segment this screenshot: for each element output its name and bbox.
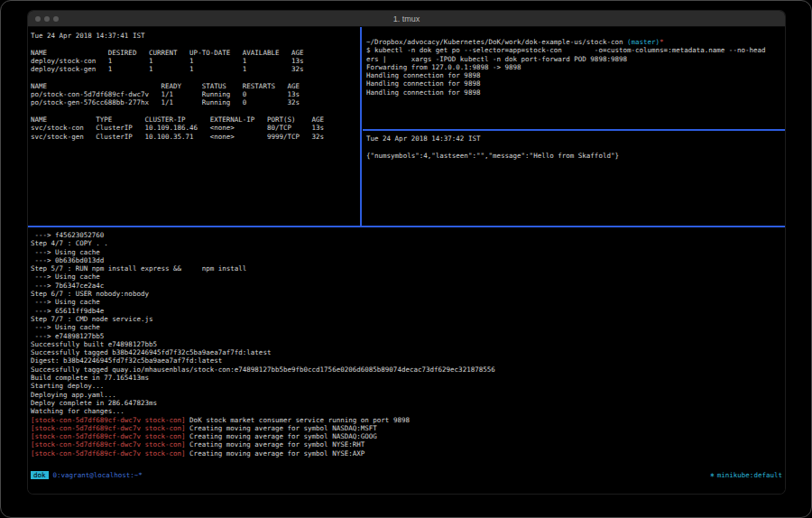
terminal-line: $ kubectl -n dok get po --selector=app=s…: [366, 46, 782, 54]
zoom-button[interactable]: [53, 16, 59, 22]
terminal-line: ---> Using cache: [31, 298, 782, 306]
terminal-line: ~/Dropbox/advocacy/Kubernetes/DoK/work/d…: [366, 38, 782, 46]
terminal-line: [stock-con-5d7df689cf-dwc7v stock-con] C…: [31, 440, 782, 449]
terminal-line: Tue 24 Apr 2018 14:37:42 IST: [366, 134, 782, 143]
terminal-line: Step 6/7 : USER nobody:nobody: [31, 290, 782, 298]
tmux-window-label[interactable]: 0:vagrant@localhost:~*: [53, 471, 143, 479]
kubernetes-context-icon: ⎈: [710, 471, 715, 479]
terminal-line: Deploying app.yaml...: [31, 391, 782, 399]
terminal-line: Starting deploy...: [31, 382, 782, 390]
terminal-line: ers | xargs -IPOD kubectl -n dok port-fo…: [366, 55, 782, 63]
terminal-line: deploy/stock-gen 1 1 1 1 32s: [31, 65, 357, 73]
terminal-line: ---> 65611ff9db4e: [31, 307, 782, 315]
terminal-line: Tue 24 Apr 2018 14:37:41 IST: [31, 32, 357, 40]
terminal-line: NAME TYPE CLUSTER-IP EXTERNAL-IP PORT(S)…: [31, 116, 357, 124]
terminal-line: Forwarding from 127.0.0.1:9898 -> 9898: [366, 63, 782, 71]
tmux-panes: Tue 24 Apr 2018 14:37:41 ISTNAME DESIRED…: [28, 27, 785, 469]
terminal-line: ---> Using cache: [31, 248, 782, 256]
terminal-line: ---> 7b6347ce2a4c: [31, 282, 782, 290]
terminal-line: ---> 0b636bd013dd: [31, 256, 782, 264]
terminal-line: Digest: b38b42246945fd7f32c5ba9aea7af7fd…: [31, 356, 782, 365]
desktop: 1. tmux Tue 24 Apr 2018 14:37:41 ISTNAME…: [0, 0, 812, 518]
terminal-line: deploy/stock-con 1 1 1 1 13s: [31, 57, 357, 65]
terminal-line: svc/stock-gen ClusterIP 10.100.35.71 <no…: [31, 133, 357, 141]
terminal-line: ---> Using cache: [31, 323, 782, 331]
terminal-line: ---> Using cache: [31, 273, 782, 281]
terminal-line: Deploy complete in 286.647823ms: [31, 399, 782, 407]
terminal-line: Step 4/7 : COPY . .: [31, 239, 782, 247]
terminal-line: [31, 40, 357, 48]
terminal-line: Watching for changes...: [31, 407, 782, 415]
terminal-line: ---> e74898127bb5: [31, 332, 782, 340]
terminal-line: Handling connection for 9898: [366, 71, 782, 79]
terminal-window: 1. tmux Tue 24 Apr 2018 14:37:41 ISTNAME…: [28, 11, 785, 494]
window-titlebar: 1. tmux: [28, 11, 785, 27]
terminal-line: [stock-con-5d7df689cf-dwc7v stock-con] D…: [31, 416, 782, 424]
terminal-line: ---> f45623052760: [31, 231, 782, 239]
terminal-line: Handling connection for 9898: [366, 88, 782, 97]
pane-kubectl-watch[interactable]: Tue 24 Apr 2018 14:37:41 ISTNAME DESIRED…: [28, 27, 360, 226]
terminal-line: [366, 143, 782, 151]
terminal-line: [31, 107, 357, 116]
minimize-button[interactable]: [44, 16, 50, 22]
window-controls: [35, 11, 59, 26]
tmux-session-badge[interactable]: dok: [31, 471, 49, 479]
terminal-line: [stock-con-5d7df689cf-dwc7v stock-con] C…: [31, 449, 782, 458]
pane-skaffold-build-log[interactable]: ---> f45623052760Step 4/7 : COPY . . ---…: [28, 227, 785, 469]
kubernetes-context-label: minikube:default: [717, 471, 782, 479]
pane-port-forward[interactable]: ~/Dropbox/advocacy/Kubernetes/DoK/work/d…: [363, 27, 785, 129]
terminal-line: {"numsymbols":4,"lastseen":"","message":…: [366, 152, 782, 160]
terminal-line: po/stock-con-5d7df689cf-dwc7v 1/1 Runnin…: [31, 90, 357, 98]
close-button[interactable]: [35, 16, 41, 22]
window-title: 1. tmux: [393, 14, 420, 23]
terminal-line: Successfully tagged b38b42246945fd7f32c5…: [31, 348, 782, 356]
terminal-line: Step 5/7 : RUN npm install express && np…: [31, 264, 782, 273]
terminal-line: NAME DESIRED CURRENT UP-TO-DATE AVAILABL…: [31, 49, 357, 57]
terminal-line: Handling connection for 9898: [366, 79, 782, 88]
tmux-status-right: ⎈ minikube:default: [710, 471, 782, 479]
terminal-line: Successfully built e74898127bb5: [31, 340, 782, 348]
terminal-line: po/stock-gen-576cc688bb-277hx 1/1 Runnin…: [31, 98, 357, 106]
tmux-status-left: dok 0:vagrant@localhost:~*: [31, 471, 143, 479]
terminal-line: [stock-con-5d7df689cf-dwc7v stock-con] C…: [31, 424, 782, 432]
terminal-line: NAME READY STATUS RESTARTS AGE: [31, 82, 357, 90]
tmux-status-bar: dok 0:vagrant@localhost:~* ⎈ minikube:de…: [28, 469, 785, 480]
terminal-line: [stock-con-5d7df689cf-dwc7v stock-con] C…: [31, 432, 782, 440]
terminal-line: Step 7/7 : CMD node service.js: [31, 315, 782, 323]
terminal-line: [31, 73, 357, 81]
terminal-line: Successfully tagged quay.io/mhausenblas/…: [31, 365, 782, 374]
terminal-line: svc/stock-con ClusterIP 10.109.186.46 <n…: [31, 124, 357, 132]
pane-service-response[interactable]: Tue 24 Apr 2018 14:37:42 IST{"numsymbols…: [363, 131, 785, 226]
tmux-client: Tue 24 Apr 2018 14:37:41 ISTNAME DESIRED…: [28, 27, 785, 494]
pane-border-vertical[interactable]: [360, 27, 362, 226]
terminal-line: Build complete in 77.165413ms: [31, 374, 782, 382]
